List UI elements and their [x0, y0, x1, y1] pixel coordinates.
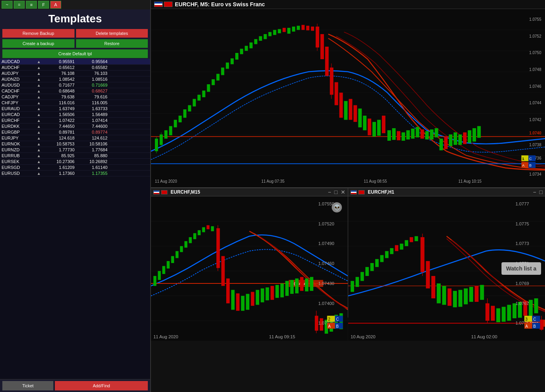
- watchlist-row[interactable]: CHFJPY▲116.016116.005: [0, 100, 150, 106]
- svg-rect-31: [249, 42, 253, 48]
- svg-rect-189: [380, 255, 384, 262]
- pair-name: EURJPY: [2, 136, 37, 140]
- svg-rect-73: [440, 139, 443, 151]
- svg-text:B: B: [529, 163, 532, 167]
- watchlist-row[interactable]: EURRUB▲85.92585.880: [0, 153, 150, 159]
- toolbar-btn-wave[interactable]: ~: [2, 1, 13, 9]
- svg-rect-183: [351, 281, 354, 292]
- pair-ask: 124.612: [76, 136, 107, 140]
- watchlist-row[interactable]: EURCHF▲1.074221.07414: [0, 118, 150, 123]
- svg-rect-136: [251, 292, 254, 306]
- svg-rect-53: [344, 101, 347, 120]
- watchlist-row[interactable]: EURSGD▲1.612091.61140: [0, 165, 150, 171]
- svg-rect-52: [339, 93, 343, 118]
- pair-arrow-icon: ▲: [37, 148, 45, 152]
- watchlist-row[interactable]: EURDKK▲7.446507.44600: [0, 123, 150, 129]
- svg-rect-39: [287, 28, 291, 34]
- svg-rect-187: [370, 263, 374, 271]
- pair-arrow-icon: ▲: [37, 124, 45, 129]
- pair-ask: 1.17355: [76, 171, 107, 176]
- pair-name: EURRUB: [2, 153, 37, 158]
- bottom-bar: Ticket Add/Find: [0, 379, 150, 392]
- watchlist-row[interactable]: CADJPY▲79.63879.616: [0, 94, 150, 100]
- svg-rect-42: [302, 25, 305, 30]
- pair-arrow-icon: ▲: [37, 101, 45, 105]
- maximize-m15-button[interactable]: □: [334, 189, 338, 195]
- watchlist-row[interactable]: EURUSD▲1.173601.17355: [0, 171, 150, 176]
- left-panel: ~ = ≡ F A Templates Remove Backup Delete…: [0, 0, 151, 392]
- svg-rect-47: [320, 34, 324, 59]
- svg-text:11 Aug 07:35: 11 Aug 07:35: [261, 179, 284, 183]
- eu-flag: [154, 2, 163, 7]
- toolbar-btn-f[interactable]: F: [38, 1, 49, 9]
- svg-rect-71: [430, 129, 434, 140]
- create-default-tpl-button[interactable]: Create Default tpl: [2, 49, 148, 58]
- svg-text:1.0740: 1.0740: [529, 131, 541, 135]
- svg-rect-68: [416, 127, 419, 138]
- pair-ask: 0.65582: [76, 65, 107, 70]
- svg-text:1.0744: 1.0744: [529, 101, 541, 105]
- pair-name: CADCHF: [2, 89, 37, 93]
- watchlist-row[interactable]: EURGBP▲0.897810.89774: [0, 129, 150, 135]
- watchlist-row[interactable]: EURAUD▲1.637491.63733: [0, 106, 150, 112]
- main-chart-header: EURCHF, M5: Euro vs Swiss Franc: [151, 0, 545, 9]
- pair-arrow-icon: ▲: [37, 130, 45, 134]
- svg-rect-196: [414, 236, 418, 241]
- svg-rect-40: [292, 27, 295, 32]
- pair-ask: 1.56489: [76, 112, 107, 117]
- pair-name: EURSGD: [2, 165, 37, 170]
- watchlist-row[interactable]: AUDCHF▲0.656120.65582: [0, 65, 150, 71]
- pairs-list: AUDCHF▲0.656120.65582AUDJPY▲76.10876.103…: [0, 65, 150, 176]
- maximize-h1-button[interactable]: □: [540, 189, 543, 195]
- top-toolbar: ~ = ≡ F A: [0, 0, 150, 9]
- svg-rect-137: [256, 290, 259, 305]
- svg-rect-74: [444, 136, 448, 149]
- pair-bid: 10.58753: [45, 142, 76, 146]
- svg-rect-18: [188, 105, 191, 111]
- create-backup-button[interactable]: Create a backup: [2, 39, 74, 48]
- svg-rect-134: [241, 296, 245, 311]
- toolbar-btn-grid[interactable]: ≡: [26, 1, 37, 9]
- svg-rect-30: [245, 46, 248, 51]
- sub-chart-h1-controls: − □: [533, 189, 543, 195]
- toolbar-btn-eq[interactable]: =: [14, 1, 25, 9]
- watchlist-row[interactable]: AUDJPY▲76.10876.103: [0, 71, 150, 76]
- svg-rect-44: [311, 27, 314, 31]
- watchlist-row[interactable]: AUDUSD▲0.716770.71669: [0, 82, 150, 88]
- pair-arrow-icon: ▲: [37, 77, 45, 82]
- watchlist-row[interactable]: EURJPY▲124.618124.612: [0, 135, 150, 141]
- restore-button[interactable]: Restore: [76, 39, 148, 48]
- svg-rect-17: [183, 109, 186, 118]
- delete-templates-button[interactable]: Delete templates: [76, 29, 148, 38]
- pair-ask: 1.77684: [76, 147, 107, 152]
- minimize-m15-button[interactable]: −: [328, 189, 331, 195]
- remove-backup-button[interactable]: Remove Backup: [2, 29, 74, 38]
- svg-rect-220: [534, 298, 538, 313]
- svg-rect-79: [468, 130, 471, 143]
- svg-rect-193: [400, 244, 403, 250]
- watchlist-header-row[interactable]: AUDCAD ▲ 0.95591 0.95564: [0, 59, 150, 65]
- ticket-button[interactable]: Ticket: [2, 381, 53, 390]
- svg-rect-70: [425, 131, 429, 139]
- toolbar-btn-a[interactable]: A: [50, 1, 61, 9]
- pair-bid: 0.89781: [45, 130, 76, 134]
- watchlist-row[interactable]: EURNOK▲10.5875310.58106: [0, 141, 150, 147]
- svg-rect-59: [372, 122, 376, 136]
- svg-rect-25: [221, 67, 224, 75]
- watchlist-row[interactable]: EURSEK▲10.2730610.26892: [0, 159, 150, 165]
- watchlist-row[interactable]: EURNZD▲1.777301.77684: [0, 147, 150, 153]
- svg-rect-51: [334, 82, 338, 105]
- svg-rect-148: [310, 277, 313, 291]
- add-find-button[interactable]: Add/Find: [55, 381, 148, 390]
- close-m15-button[interactable]: ✕: [341, 189, 345, 195]
- watchlist-row[interactable]: EURCAD▲1.565061.56489: [0, 112, 150, 118]
- svg-text:2: 2: [328, 317, 331, 321]
- pair-name: EURCHF: [2, 118, 37, 123]
- minimize-h1-button[interactable]: −: [533, 189, 536, 195]
- watchlist-row[interactable]: CADCHF▲0.686480.68627: [0, 88, 150, 94]
- watchlist-row[interactable]: AUDNZD▲1.085421.08516: [0, 76, 150, 82]
- svg-rect-114: [153, 276, 156, 286]
- alien-icon-m15: 👽: [332, 202, 342, 212]
- svg-rect-135: [246, 294, 249, 310]
- svg-rect-27: [231, 58, 234, 64]
